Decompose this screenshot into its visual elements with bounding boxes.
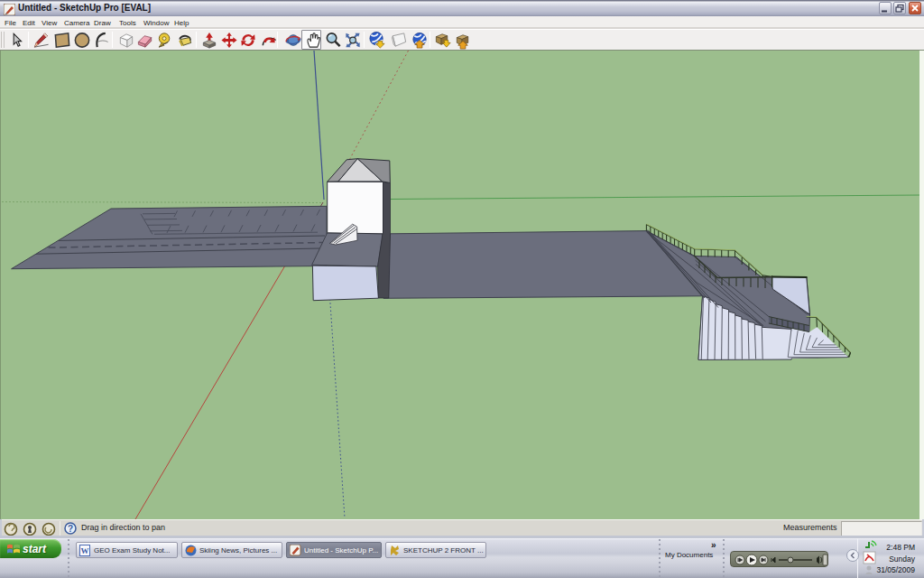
svg-text:W: W	[81, 546, 89, 555]
svg-text:?: ?	[68, 524, 73, 534]
